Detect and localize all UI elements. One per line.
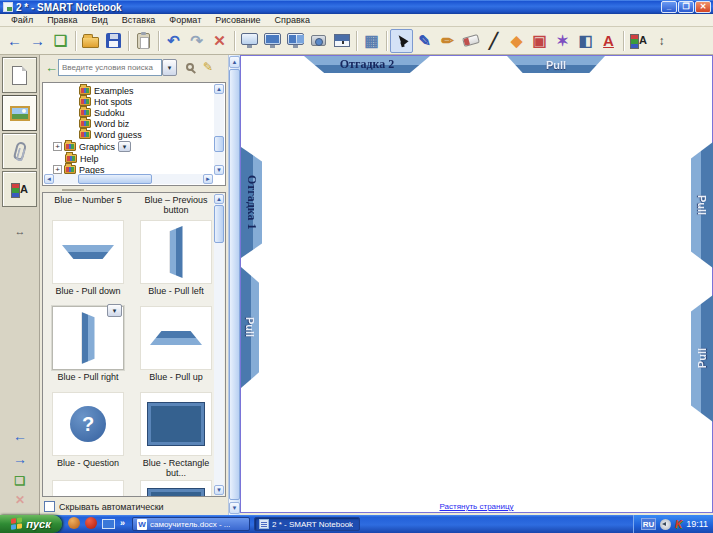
pen-tool-button[interactable]: ✎ — [413, 29, 436, 53]
search-back-icon[interactable]: ← — [45, 60, 58, 75]
quick-launch-overflow-chevron[interactable]: » — [120, 518, 125, 528]
tree-item-dropdown-button[interactable]: ▾ — [118, 141, 131, 152]
tree-item-graphics[interactable]: +Graphics▾ — [43, 141, 203, 152]
text-tool-button[interactable]: A — [597, 29, 620, 53]
previous-page-button[interactable]: ← — [3, 29, 26, 53]
scroll-up-icon[interactable]: ▲ — [214, 194, 224, 204]
scroll-down-icon[interactable]: ▼ — [214, 485, 224, 495]
eraser-tool-button[interactable] — [459, 29, 482, 53]
scroll-up-icon[interactable]: ▲ — [229, 56, 240, 68]
expand-plus-icon[interactable]: + — [53, 165, 62, 174]
gallery-list-scrollbar[interactable]: ▲ ▼ — [214, 194, 224, 495]
taskbar-item-smart-notebook[interactable]: 2 * - SMART Notebook — [254, 517, 360, 531]
scroll-left-icon[interactable]: ◄ — [44, 174, 54, 184]
pull-tab-top-otgadka2[interactable]: Отгадка 2 — [304, 56, 430, 73]
gallery-item[interactable]: Blue - Rectangle but... — [135, 392, 217, 478]
gallery-item[interactable] — [47, 480, 129, 497]
attachments-tab[interactable] — [2, 133, 37, 169]
window-titlebar[interactable]: 2 * - SMART Notebook _ ❐ ✕ — [0, 0, 713, 14]
delete-button[interactable]: ✕ — [208, 29, 231, 53]
gallery-item-dropdown-button[interactable]: ▾ — [107, 304, 122, 317]
add-page-nav-button[interactable]: ❏ — [0, 474, 40, 488]
redo-button[interactable]: ↷ — [185, 29, 208, 53]
properties-tab[interactable]: A — [2, 171, 37, 207]
menu-file[interactable]: Файл — [4, 15, 40, 25]
previous-page-nav-button[interactable]: ← — [0, 428, 40, 444]
gallery-thumbnail[interactable] — [140, 392, 212, 456]
gallery-item[interactable]: Blue - Pull down — [47, 220, 129, 296]
pull-tab-right-pull-2[interactable]: Pull — [691, 295, 713, 422]
resize-panel-handle[interactable]: ↔ — [0, 225, 40, 237]
gallery-thumbnail[interactable] — [140, 480, 212, 497]
menu-view[interactable]: Вид — [85, 15, 115, 25]
gallery-tab[interactable] — [2, 95, 37, 131]
properties-button[interactable]: A — [627, 29, 650, 53]
pull-tab-left-otgadka1[interactable]: Отгадка 1 — [241, 147, 262, 258]
tree-item-word-guess[interactable]: Word guess — [43, 129, 203, 140]
gallery-item[interactable]: Blue – Number 5 — [47, 195, 129, 205]
quick-launch-icon-1[interactable] — [68, 517, 80, 529]
gallery-item[interactable]: Blue – Previous button — [135, 195, 217, 215]
restore-button[interactable]: ❐ — [678, 1, 694, 13]
scroll-down-icon[interactable]: ▼ — [214, 165, 224, 175]
table-button[interactable]: ▦ — [360, 29, 383, 53]
edit-pencil-icon[interactable]: ✎ — [203, 60, 213, 74]
tree-item-word-biz[interactable]: Word biz — [43, 118, 203, 129]
move-toolbar-button[interactable]: ↕ — [650, 29, 673, 53]
full-screen-button[interactable] — [238, 29, 261, 53]
volume-icon[interactable] — [660, 519, 671, 530]
menu-format[interactable]: Формат — [162, 15, 208, 25]
start-button[interactable]: пуск — [0, 515, 62, 533]
dual-display-button[interactable] — [261, 29, 284, 53]
fill-tool-button[interactable]: ◧ — [574, 29, 597, 53]
scrollbar-thumb[interactable] — [78, 174, 152, 184]
dual-page-button[interactable] — [284, 29, 307, 53]
gallery-item[interactable] — [135, 480, 217, 497]
close-button[interactable]: ✕ — [695, 1, 711, 13]
scroll-up-icon[interactable]: ▲ — [214, 84, 224, 94]
minimize-button[interactable]: _ — [661, 1, 677, 13]
shapes-tool-button[interactable]: ◆ — [505, 29, 528, 53]
screen-shade-button[interactable] — [330, 29, 353, 53]
delete-page-nav-button[interactable]: ✕ — [0, 493, 40, 507]
gallery-thumbnail[interactable] — [140, 306, 212, 370]
add-page-button[interactable]: ❏ — [49, 29, 72, 53]
autohide-checkbox[interactable] — [44, 501, 55, 512]
menu-insert[interactable]: Вставка — [115, 15, 162, 25]
gallery-thumbnail[interactable]: ? — [52, 392, 124, 456]
tree-vertical-scrollbar[interactable]: ▲ ▼ — [214, 84, 224, 175]
paste-button[interactable] — [132, 29, 155, 53]
antivirus-icon[interactable]: K — [675, 519, 682, 530]
tree-horizontal-scrollbar[interactable]: ◄ ► — [44, 174, 213, 184]
menu-help[interactable]: Справка — [268, 15, 317, 25]
undo-button[interactable]: ↶ — [162, 29, 185, 53]
search-dropdown-button[interactable]: ▾ — [162, 59, 177, 76]
expand-plus-icon[interactable]: + — [53, 142, 62, 151]
next-page-button[interactable]: → — [26, 29, 49, 53]
creative-pen-button[interactable]: ✏ — [436, 29, 459, 53]
extend-page-link[interactable]: Растянуть страницу — [439, 502, 513, 511]
page-canvas[interactable] — [240, 55, 713, 513]
scrollbar-thumb[interactable] — [229, 69, 240, 500]
shape-recognition-pen-button[interactable]: ▣ — [528, 29, 551, 53]
tree-item-sudoku[interactable]: Sudoku — [43, 107, 203, 118]
gallery-thumbnail[interactable] — [52, 220, 124, 284]
menu-edit[interactable]: Правка — [40, 15, 84, 25]
search-icon[interactable] — [186, 63, 194, 71]
gallery-item[interactable]: Blue - Pull left — [135, 220, 217, 296]
scroll-down-icon[interactable]: ▼ — [229, 502, 240, 514]
gallery-item[interactable]: Blue - Pull up — [135, 306, 217, 382]
search-input[interactable] — [58, 59, 162, 76]
pull-tab-left-pull[interactable]: Pull — [241, 267, 259, 388]
next-page-nav-button[interactable]: → — [0, 451, 40, 467]
language-indicator[interactable]: RU — [641, 518, 656, 530]
pull-tab-right-pull-1[interactable]: Pull — [691, 142, 713, 268]
page-sorter-tab[interactable] — [2, 57, 37, 93]
select-tool-button[interactable] — [390, 29, 413, 53]
tree-item-examples[interactable]: Examples — [43, 85, 203, 96]
scrollbar-thumb[interactable] — [214, 136, 224, 152]
pull-tab-top-pull[interactable]: Pull — [507, 56, 605, 73]
gallery-item-selected[interactable]: Blue - Pull right — [47, 306, 129, 382]
save-button[interactable] — [102, 29, 125, 53]
line-tool-button[interactable]: ╱ — [482, 29, 505, 53]
